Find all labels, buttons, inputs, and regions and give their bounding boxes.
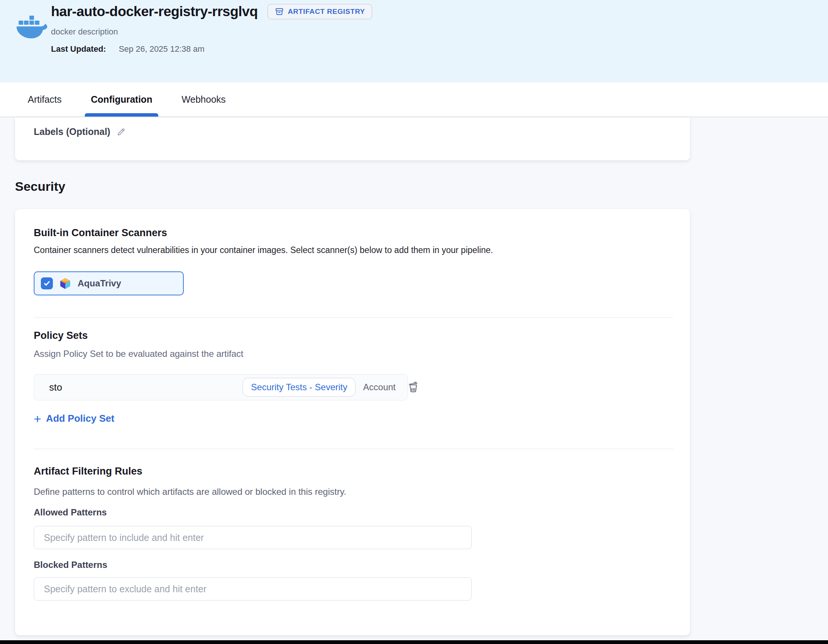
tab-webhooks[interactable]: Webhooks [176, 83, 232, 117]
section-divider [34, 318, 673, 318]
policy-set-scope: Account [363, 382, 396, 392]
add-policy-set-label: Add Policy Set [46, 413, 114, 424]
blocked-patterns-input[interactable] [34, 577, 472, 600]
scanners-description: Container scanners detect vulnerabilitie… [34, 245, 493, 255]
allowed-patterns-label: Allowed Patterns [34, 507, 107, 518]
tab-artifacts[interactable]: Artifacts [22, 83, 67, 117]
last-updated-row: Last Updated: Sep 26, 2025 12:38 am [51, 44, 204, 54]
policy-set-chip[interactable]: Security Tests - Severity [243, 378, 356, 396]
docker-logo-icon [16, 14, 47, 44]
artifact-registry-page: har-auto-docker-registry-rrsglvq ARTIFAC… [0, 0, 828, 644]
check-icon [43, 279, 51, 288]
aquatrivy-checkbox[interactable] [41, 277, 53, 289]
archive-box-icon [275, 7, 284, 16]
page-title: har-auto-docker-registry-rrsglvq [51, 4, 258, 19]
security-section-title: Security [15, 179, 65, 194]
security-card: Built-in Container Scanners Container sc… [15, 209, 690, 635]
policy-sets-title: Policy Sets [34, 330, 88, 342]
add-policy-set-button[interactable]: + Add Policy Set [34, 413, 114, 424]
trivy-logo-icon [59, 277, 71, 289]
scanner-label: AquaTrivy [78, 278, 121, 288]
page-header: har-auto-docker-registry-rrsglvq ARTIFAC… [0, 0, 828, 83]
badge-label: ARTIFACT REGISTRY [288, 8, 365, 16]
last-updated-value: Sep 26, 2025 12:38 am [119, 44, 205, 54]
section-divider [34, 449, 673, 449]
labels-title: Labels (Optional) [34, 126, 110, 137]
policy-set-search-input[interactable] [49, 382, 243, 393]
artifact-registry-badge: ARTIFACT REGISTRY [267, 4, 372, 19]
policy-set-row: Security Tests - Severity Account [34, 374, 408, 400]
scanners-title: Built-in Container Scanners [34, 227, 167, 239]
tab-configuration[interactable]: Configuration [85, 83, 158, 117]
filtering-rules-description: Define patterns to control which artifac… [34, 487, 346, 497]
policy-sets-description: Assign Policy Set to be evaluated agains… [34, 349, 243, 359]
edit-labels-icon[interactable] [116, 127, 126, 137]
tab-bar: Artifacts Configuration Webhooks [0, 83, 828, 118]
filtering-rules-title: Artifact Filtering Rules [34, 465, 143, 477]
allowed-patterns-input[interactable] [34, 526, 472, 549]
trash-icon [406, 380, 420, 394]
plus-icon: + [34, 413, 41, 424]
last-updated-label: Last Updated: [51, 44, 106, 54]
scanner-option-aquatrivy[interactable]: AquaTrivy [34, 271, 184, 295]
delete-policy-set-button[interactable] [405, 379, 422, 396]
bottom-edge-bar [0, 640, 828, 644]
labels-card: Labels (Optional) [15, 118, 690, 160]
blocked-patterns-label: Blocked Patterns [34, 559, 107, 570]
registry-description: docker description [51, 27, 118, 37]
